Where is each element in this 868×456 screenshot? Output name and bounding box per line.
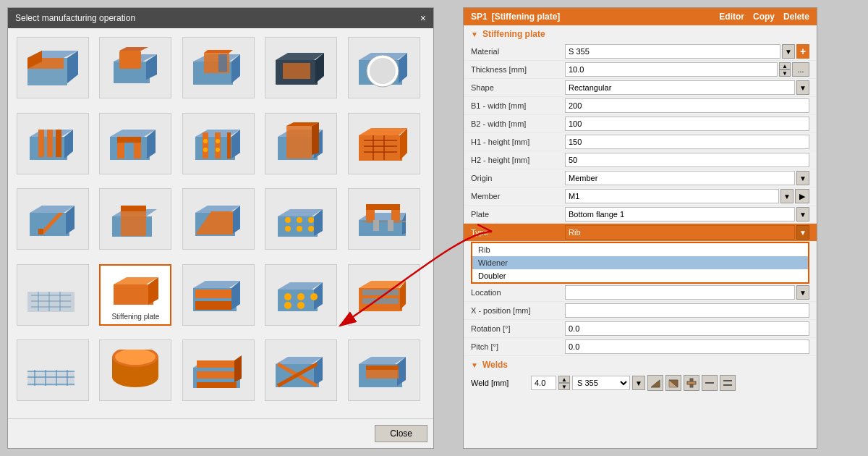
material-add-btn[interactable]: +	[796, 44, 809, 59]
svg-rect-91	[388, 220, 393, 231]
b1-input[interactable]	[565, 98, 809, 113]
svg-rect-92	[27, 292, 75, 312]
dialog-title: Select manufacturing operation	[15, 13, 135, 23]
grid-item-5[interactable]	[348, 37, 420, 98]
section-collapse-triangle[interactable]: ▼	[471, 30, 478, 38]
grid-item-4[interactable]	[265, 37, 337, 98]
x-position-row: X - position [mm]	[464, 302, 817, 320]
grid-item-23[interactable]	[182, 339, 255, 401]
svg-point-114	[297, 302, 305, 309]
dialog-close-button[interactable]: ×	[420, 12, 426, 24]
weld-icon-5[interactable]	[720, 375, 736, 391]
thickness-row: Thickness [mm] ▲ ▼ ...	[464, 61, 817, 79]
shape-dropdown-btn[interactable]: ▼	[796, 80, 809, 95]
delete-button[interactable]: Delete	[783, 12, 809, 22]
svg-point-110	[284, 293, 292, 300]
grid-item-18[interactable]	[182, 264, 255, 326]
grid-item-15[interactable]	[348, 188, 420, 250]
grid-item-19[interactable]	[265, 264, 337, 326]
panel-header-right: Editor Copy Delete	[719, 12, 809, 22]
grid-item-12[interactable]	[99, 188, 171, 250]
svg-rect-135	[197, 371, 237, 379]
operation-grid: Stiffening plate	[8, 28, 433, 418]
h2-input[interactable]	[565, 153, 809, 167]
weld-material-select[interactable]: S 355	[572, 376, 630, 390]
plate-label: Plate	[471, 210, 565, 219]
svg-rect-28	[38, 130, 44, 157]
location-dropdown-btn[interactable]: ▼	[796, 285, 809, 300]
panel-header-left: SP1 [Stiffening plate]	[471, 12, 560, 22]
svg-marker-137	[234, 355, 242, 382]
thickness-input[interactable]	[565, 62, 778, 77]
dropdown-option-rib[interactable]: Rib	[472, 243, 808, 256]
b2-row: B2 - width [mm]	[464, 115, 817, 133]
h1-input[interactable]	[565, 135, 809, 149]
material-input[interactable]	[565, 44, 780, 59]
grid-item-10[interactable]	[348, 113, 420, 174]
grid-item-6[interactable]	[17, 113, 89, 174]
x-position-label: X - position [mm]	[471, 306, 565, 315]
svg-rect-90	[373, 220, 379, 231]
grid-item-9[interactable]	[265, 113, 337, 174]
svg-rect-134	[197, 360, 237, 368]
location-input[interactable]	[565, 285, 795, 300]
grid-item-selected-stiffening-plate[interactable]: Stiffening plate	[99, 264, 171, 326]
plate-dropdown-btn[interactable]: ▼	[796, 207, 809, 221]
copy-button[interactable]: Copy	[753, 12, 775, 22]
member-dropdown-btn[interactable]: ▼	[780, 189, 793, 203]
type-input[interactable]	[565, 225, 795, 240]
grid-item-8[interactable]	[182, 113, 255, 174]
shape-input[interactable]	[565, 80, 795, 95]
grid-item-24[interactable]	[265, 339, 337, 401]
dropdown-option-doubler[interactable]: Doubler	[472, 269, 808, 282]
plate-input[interactable]	[565, 207, 795, 221]
rotation-input[interactable]	[565, 321, 809, 336]
type-dropdown-btn[interactable]: ▼	[796, 225, 809, 240]
weld-up-btn[interactable]: ▲	[558, 376, 570, 383]
grid-item-22[interactable]	[99, 339, 171, 401]
rotation-row: Rotation [°]	[464, 320, 817, 338]
b2-input[interactable]	[565, 117, 809, 131]
thickness-down-btn[interactable]: ▼	[779, 69, 791, 77]
origin-input[interactable]	[565, 171, 795, 185]
weld-icon-1[interactable]	[647, 375, 663, 391]
weld-row: Weld [mm] ▲ ▼ S 355 ▼	[464, 373, 817, 392]
grid-item-13[interactable]	[182, 188, 255, 250]
grid-item-16[interactable]	[17, 264, 89, 326]
grid-item-11[interactable]	[17, 188, 89, 250]
grid-item-1[interactable]	[17, 37, 89, 98]
member-nav-btn[interactable]: ▶	[795, 189, 809, 203]
svg-rect-36	[117, 137, 141, 143]
grid-item-20[interactable]	[348, 264, 420, 326]
material-dropdown-btn[interactable]: ▼	[782, 44, 795, 59]
origin-dropdown-btn[interactable]: ▼	[796, 171, 809, 185]
shape-value-container: ▼	[565, 80, 809, 95]
pitch-input[interactable]	[565, 339, 809, 354]
svg-rect-69	[121, 206, 146, 211]
grid-item-14[interactable]	[265, 188, 337, 250]
x-position-input[interactable]	[565, 303, 809, 318]
weld-icon-2[interactable]	[665, 375, 681, 391]
grid-item-21[interactable]	[17, 339, 89, 401]
weld-down-btn[interactable]: ▼	[558, 383, 570, 390]
weld-value-input[interactable]	[531, 376, 556, 390]
member-input[interactable]	[565, 189, 779, 203]
dialog-close-footer-button[interactable]: Close	[375, 425, 427, 442]
dropdown-option-widener[interactable]: Widener	[472, 256, 808, 269]
welds-collapse-triangle[interactable]: ▼	[471, 361, 478, 369]
grid-item-3[interactable]	[182, 37, 255, 98]
h1-value-container	[565, 135, 809, 149]
weld-icon-3[interactable]	[684, 375, 699, 391]
weld-material-dropdown-btn[interactable]: ▼	[632, 376, 645, 390]
weld-icon-4[interactable]	[702, 375, 718, 391]
svg-rect-155	[687, 381, 696, 384]
svg-rect-40	[203, 132, 208, 159]
editor-button[interactable]: Editor	[719, 12, 744, 22]
grid-item-25[interactable]	[348, 339, 420, 401]
grid-item-2[interactable]	[99, 37, 171, 98]
thickness-dots-btn[interactable]: ...	[792, 62, 809, 77]
grid-item-7[interactable]	[99, 113, 171, 174]
location-label: Location	[471, 288, 565, 297]
thickness-up-btn[interactable]: ▲	[779, 62, 791, 69]
type-label: Type	[471, 228, 565, 237]
